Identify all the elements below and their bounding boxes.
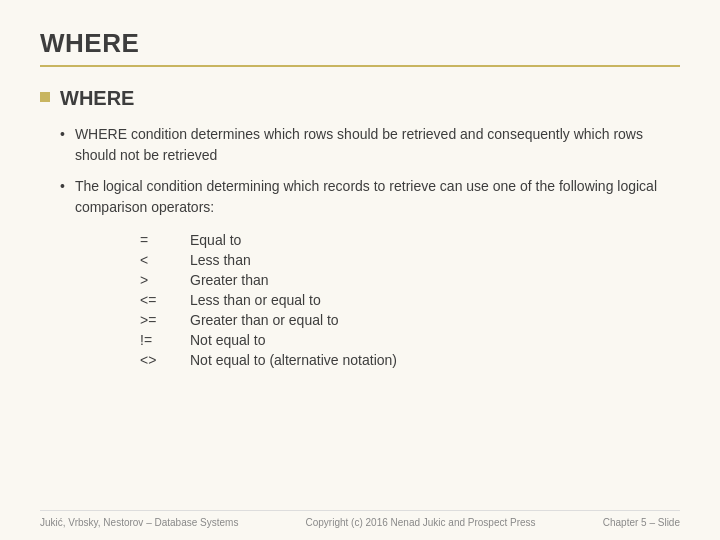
operator-description: Less than: [190, 252, 680, 268]
operator-description: Not equal to (alternative notation): [190, 352, 680, 368]
operator-symbol: >=: [140, 312, 190, 328]
footer: Jukić, Vrbsky, Nestorov – Database Syste…: [40, 510, 680, 528]
operator-description: Greater than or equal to: [190, 312, 680, 328]
operator-symbol: <: [140, 252, 190, 268]
operator-symbol: !=: [140, 332, 190, 348]
slide: WHERE WHERE • WHERE condition determines…: [0, 0, 720, 540]
operator-description: Equal to: [190, 232, 680, 248]
section-header: WHERE: [40, 87, 680, 110]
list-item: • The logical condition determining whic…: [60, 176, 680, 218]
section-title: WHERE: [60, 87, 134, 110]
list-item: • WHERE condition determines which rows …: [60, 124, 680, 166]
footer-center: Copyright (c) 2016 Nenad Jukic and Prosp…: [306, 517, 536, 528]
bullet-dot-icon: •: [60, 178, 65, 194]
title-underline: [40, 65, 680, 67]
bullet-text-2: The logical condition determining which …: [75, 176, 680, 218]
operator-symbol: =: [140, 232, 190, 248]
bullet-dot-icon: •: [60, 126, 65, 142]
operator-symbol: <=: [140, 292, 190, 308]
bullet-text-1: WHERE condition determines which rows sh…: [75, 124, 680, 166]
bullet-square-icon: [40, 92, 50, 102]
content-area: • WHERE condition determines which rows …: [40, 124, 680, 368]
footer-left: Jukić, Vrbsky, Nestorov – Database Syste…: [40, 517, 238, 528]
slide-title: WHERE: [40, 28, 680, 59]
footer-right: Chapter 5 – Slide: [603, 517, 680, 528]
operator-symbol: <>: [140, 352, 190, 368]
operator-description: Not equal to: [190, 332, 680, 348]
operator-description: Less than or equal to: [190, 292, 680, 308]
operator-description: Greater than: [190, 272, 680, 288]
operator-symbol: >: [140, 272, 190, 288]
operators-table: =Equal to<Less than>Greater than<=Less t…: [140, 232, 680, 368]
